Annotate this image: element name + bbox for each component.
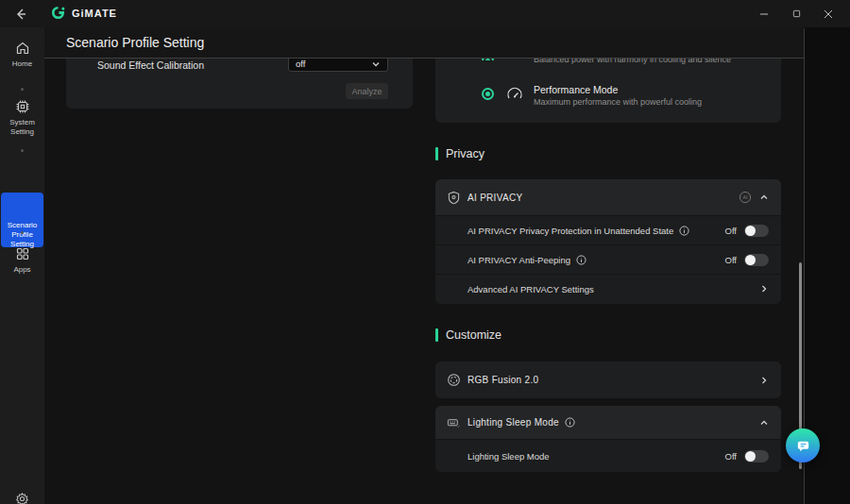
chevron-right-icon bbox=[759, 376, 769, 385]
sidebar-item-scenario-profile-setting[interactable]: Scenario Profile Setting bbox=[1, 193, 43, 247]
advanced-settings-label: Advanced AI PRIVACY Settings bbox=[468, 284, 594, 294]
sound-calibration-dropdown[interactable]: off bbox=[288, 59, 388, 72]
customize-section-header: Customize bbox=[435, 328, 502, 342]
page-title: Scenario Profile Setting bbox=[66, 35, 204, 50]
customize-section-title: Customize bbox=[446, 328, 502, 342]
maximize-button[interactable] bbox=[780, 0, 812, 27]
ai-privacy-card-header[interactable]: AI PRIVACY AI bbox=[435, 179, 781, 215]
chevron-right-icon bbox=[759, 284, 769, 294]
sidebar-item-label: System Setting bbox=[0, 118, 44, 137]
chip-icon bbox=[15, 99, 30, 114]
anti-peeping-toggle[interactable] bbox=[744, 254, 769, 266]
sound-calibration-label: Sound Effect Calibration bbox=[97, 59, 204, 71]
performance-mode-title[interactable]: Performance Mode bbox=[534, 84, 618, 95]
sidebar-item-home[interactable]: Home bbox=[0, 41, 44, 69]
sound-calibration-card: Sound Effect Calibration off Analyze bbox=[66, 59, 413, 109]
rgb-fusion-card[interactable]: RGB Fusion 2.0 bbox=[435, 361, 781, 398]
performance-mode-subtitle: Maximum performance with powerful coolin… bbox=[534, 97, 702, 107]
home-icon bbox=[15, 41, 30, 56]
back-arrow-icon[interactable] bbox=[13, 7, 28, 22]
scroll-content: Sound Effect Calibration off Analyze Bal… bbox=[44, 59, 804, 504]
chevron-up-icon[interactable] bbox=[759, 418, 769, 428]
keyboard-sleep-icon bbox=[447, 415, 461, 429]
section-accent-bar bbox=[435, 328, 438, 342]
lighting-sleep-card-header[interactable]: Lighting Sleep Mode bbox=[435, 406, 781, 439]
lighting-sleep-card-title: Lighting Sleep Mode bbox=[468, 417, 559, 428]
title-bar: GiMATE bbox=[0, 0, 850, 27]
toggle-state-label: Off bbox=[725, 255, 738, 265]
ai-privacy-card: AI PRIVACY AI AI PRIVACY Privacy Protect… bbox=[435, 179, 781, 304]
privacy-section-title: Privacy bbox=[446, 147, 484, 160]
toggle-state-label: Off bbox=[725, 451, 738, 462]
main-area: Scenario Profile Setting Sound Effect Ca… bbox=[44, 27, 850, 504]
chat-bubble-icon bbox=[795, 438, 811, 454]
analyze-button[interactable]: Analyze bbox=[346, 83, 388, 99]
privacy-row-unattended: AI PRIVACY Privacy Protection in Unatten… bbox=[435, 215, 781, 244]
sidebar-item-label: Scenario Profile Setting bbox=[1, 221, 43, 249]
privacy-row-anti-peeping: AI PRIVACY Anti-Peeping Off bbox=[435, 244, 781, 274]
gimate-logo-icon bbox=[51, 6, 65, 20]
lighting-sleep-row: Lighting Sleep Mode Off bbox=[435, 439, 781, 472]
toggle-state-label: Off bbox=[725, 226, 738, 236]
sidebar-separator-dot bbox=[21, 231, 24, 234]
privacy-row-label: AI PRIVACY Anti-Peeping bbox=[468, 255, 570, 265]
info-icon[interactable] bbox=[565, 417, 575, 428]
chevron-down-icon bbox=[371, 59, 381, 69]
lighting-sleep-card: Lighting Sleep Mode Lighting Sleep Mode … bbox=[435, 406, 781, 472]
sidebar-separator-dot bbox=[21, 149, 24, 152]
lighting-sleep-toggle[interactable] bbox=[744, 450, 769, 462]
privacy-section-header: Privacy bbox=[435, 147, 484, 160]
svg-text:AI: AI bbox=[743, 194, 748, 200]
info-icon[interactable] bbox=[576, 255, 586, 265]
chat-assistant-button[interactable] bbox=[786, 428, 820, 462]
close-button[interactable] bbox=[812, 0, 844, 27]
balanced-mode-radio[interactable] bbox=[482, 59, 494, 60]
sidebar: Home System Setting Scenario Profile Set… bbox=[0, 27, 44, 504]
sidebar-item-apps[interactable]: Apps bbox=[0, 246, 44, 275]
privacy-row-label: AI PRIVACY Privacy Protection in Unatten… bbox=[468, 226, 673, 236]
sidebar-separator-dot bbox=[21, 88, 24, 91]
ai-badge-icon: AI bbox=[739, 191, 752, 204]
performance-mode-radio[interactable] bbox=[482, 88, 494, 100]
privacy-row-advanced[interactable]: Advanced AI PRIVACY Settings bbox=[435, 274, 781, 303]
section-accent-bar bbox=[435, 147, 438, 160]
minimize-button[interactable] bbox=[748, 0, 780, 27]
sidebar-item-label: Apps bbox=[13, 265, 30, 275]
mode-selection-card: Balanced power with harmony in cooling a… bbox=[435, 59, 781, 123]
shield-icon bbox=[447, 191, 461, 205]
unattended-protection-toggle[interactable] bbox=[744, 225, 769, 237]
info-icon[interactable] bbox=[679, 226, 689, 236]
rgb-fusion-label: RGB Fusion 2.0 bbox=[468, 375, 538, 385]
sidebar-item-label: Home bbox=[12, 59, 32, 69]
ai-privacy-card-title: AI PRIVACY bbox=[468, 193, 522, 203]
page-header: Scenario Profile Setting bbox=[44, 27, 804, 59]
apps-grid-icon bbox=[15, 246, 30, 261]
app-title: GiMATE bbox=[72, 8, 117, 19]
lighting-sleep-row-label: Lighting Sleep Mode bbox=[468, 451, 550, 462]
gauge-icon bbox=[506, 86, 523, 103]
sidebar-item-system-setting[interactable]: System Setting bbox=[0, 99, 44, 137]
rgb-fusion-icon bbox=[447, 373, 461, 387]
settings-gear-icon[interactable] bbox=[15, 492, 29, 504]
balanced-mode-subtitle: Balanced power with harmony in cooling a… bbox=[534, 59, 731, 64]
chevron-up-icon[interactable] bbox=[759, 193, 769, 202]
dropdown-value: off bbox=[296, 59, 305, 69]
